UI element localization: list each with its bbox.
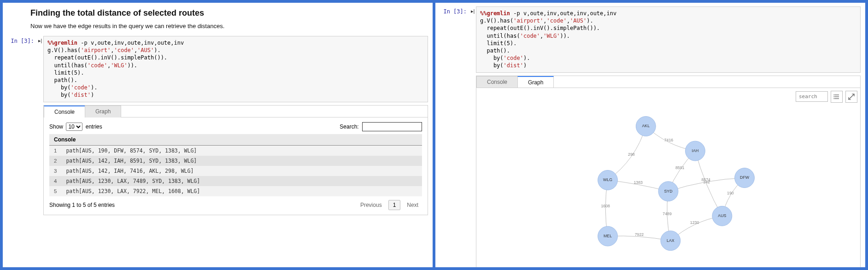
table-row: 3path[AUS, 142, IAH, 7416, AKL, 298, WLG… <box>49 166 422 176</box>
row-index: 4 <box>49 176 61 186</box>
cell-prompt: In [3]: <box>437 6 469 73</box>
graph-node-label: AKL <box>642 123 650 128</box>
show-label-prefix: Show <box>49 123 63 130</box>
left-notebook-pane: Finding the total distance of selected r… <box>3 3 435 267</box>
graph-node-label: WLG <box>603 177 612 182</box>
graph-node-label: DFW <box>740 175 750 180</box>
graph-toolbar <box>796 91 857 103</box>
svg-point-3 <box>833 94 834 95</box>
graph-node[interactable]: WLG <box>598 170 618 190</box>
tab-graph[interactable]: Graph <box>85 106 121 117</box>
pagination: Previous 1 Next <box>357 200 422 210</box>
table-info: Showing 1 to 5 of 5 entries <box>49 202 115 208</box>
graph-canvas[interactable]: 2987416859114285741901383748912307922160… <box>482 93 855 268</box>
svg-point-5 <box>833 98 834 99</box>
graph-edge-label: 7489 <box>663 211 672 216</box>
graph-edge-label: 8574 <box>702 177 711 182</box>
graph-edge-label: 8591 <box>675 165 685 170</box>
entries-select[interactable]: 10 <box>66 123 82 131</box>
page-number[interactable]: 1 <box>388 200 401 210</box>
section-subtext: Now we have the edge results in the quer… <box>30 23 433 29</box>
right-notebook-pane: In [3]: ▸| %%gremlin -p v,oute,inv,oute,… <box>435 3 865 267</box>
row-index: 2 <box>49 156 61 166</box>
output-tabs: Console Graph <box>44 106 428 117</box>
graph-edge-label: 298 <box>628 152 635 156</box>
row-value: path[AUS, 142, IAH, 8591, SYD, 1383, WLG… <box>61 156 422 166</box>
graph-node-label: LAX <box>667 238 674 242</box>
graph-node[interactable]: MEL <box>598 226 618 246</box>
graph-node[interactable]: AKL <box>636 116 656 136</box>
graph-node[interactable]: LAX <box>661 230 680 250</box>
show-label-suffix: entries <box>86 123 102 130</box>
code-input[interactable]: %%gremlin -p v,oute,inv,oute,inv,oute,in… <box>43 36 428 102</box>
row-index: 1 <box>49 145 61 156</box>
graph-node-label: SYD <box>664 188 673 193</box>
graph-search-input[interactable] <box>796 91 828 102</box>
row-value: path[AUS, 190, DFW, 8574, SYD, 1383, WLG… <box>61 145 422 156</box>
graph-node[interactable]: AUS <box>712 206 732 226</box>
graph-edge-label: 7922 <box>635 232 644 236</box>
tab-console[interactable]: Console <box>44 106 85 117</box>
code-cell: In [3]: ▸| %%gremlin -p v,oute,inv,oute,… <box>437 6 861 73</box>
table-header-console[interactable]: Console <box>49 134 422 146</box>
graph-edge-label: 190 <box>727 190 734 195</box>
row-value: path[AUS, 1230, LAX, 7489, SYD, 1383, WL… <box>61 176 422 186</box>
graph-node[interactable]: IAH <box>686 141 705 161</box>
output-tabs: Console Graph <box>476 76 860 88</box>
cell-prompt: In [3]: <box>5 36 37 102</box>
graph-node-label: IAH <box>692 148 699 153</box>
graph-node[interactable]: SYD <box>658 181 678 201</box>
output-area: Console Graph Show 10 entries Search: <box>43 105 428 215</box>
table-row: 1path[AUS, 190, DFW, 8574, SYD, 1383, WL… <box>49 145 422 156</box>
search-input[interactable] <box>362 122 422 131</box>
table-row: 5path[AUS, 1230, LAX, 7922, MEL, 1608, W… <box>49 186 422 196</box>
console-table: Console 1path[AUS, 190, DFW, 8574, SYD, … <box>49 134 422 196</box>
row-index: 3 <box>49 166 61 176</box>
graph-tab-content: 2987416859114285741901383748912307922160… <box>476 88 860 268</box>
graph-edge-label: 1230 <box>690 220 699 224</box>
entries-control: Show 10 entries <box>49 123 102 131</box>
console-tab-content: Show 10 entries Search: Console <box>44 117 428 215</box>
output-area: Console Graph <box>476 76 861 268</box>
row-index: 5 <box>49 186 61 196</box>
next-button[interactable]: Next <box>403 200 422 210</box>
graph-edge-label: 1608 <box>601 203 610 208</box>
graph-edge-label: 7416 <box>664 137 674 142</box>
expand-icon[interactable] <box>845 91 857 103</box>
run-cell-icon[interactable]: ▸| <box>469 6 476 73</box>
section-heading: Finding the total distance of selected r… <box>30 8 433 18</box>
table-row: 2path[AUS, 142, IAH, 8591, SYD, 1383, WL… <box>49 156 422 166</box>
graph-node-label: MEL <box>604 233 612 238</box>
run-cell-icon[interactable]: ▸| <box>37 36 43 102</box>
row-value: path[AUS, 1230, LAX, 7922, MEL, 1608, WL… <box>61 186 422 196</box>
search-label: Search: <box>340 123 358 130</box>
previous-button[interactable]: Previous <box>357 200 386 210</box>
graph-edge[interactable]: 142 <box>695 151 722 216</box>
code-input[interactable]: %%gremlin -p v,oute,inv,oute,inv,oute,in… <box>476 6 861 73</box>
svg-point-4 <box>833 96 834 97</box>
list-icon[interactable] <box>831 91 843 103</box>
graph-node-label: AUS <box>718 213 726 218</box>
tab-console[interactable]: Console <box>476 76 518 88</box>
graph-edge-label: 1383 <box>633 180 643 184</box>
code-cell: In [3]: ▸| %%gremlin -p v,oute,inv,oute,… <box>5 36 428 102</box>
search-control: Search: <box>340 122 422 131</box>
graph-node[interactable]: DFW <box>735 168 755 188</box>
tab-graph[interactable]: Graph <box>517 76 554 88</box>
table-row: 4path[AUS, 1230, LAX, 7489, SYD, 1383, W… <box>49 176 422 186</box>
row-value: path[AUS, 142, IAH, 7416, AKL, 298, WLG] <box>61 166 422 176</box>
